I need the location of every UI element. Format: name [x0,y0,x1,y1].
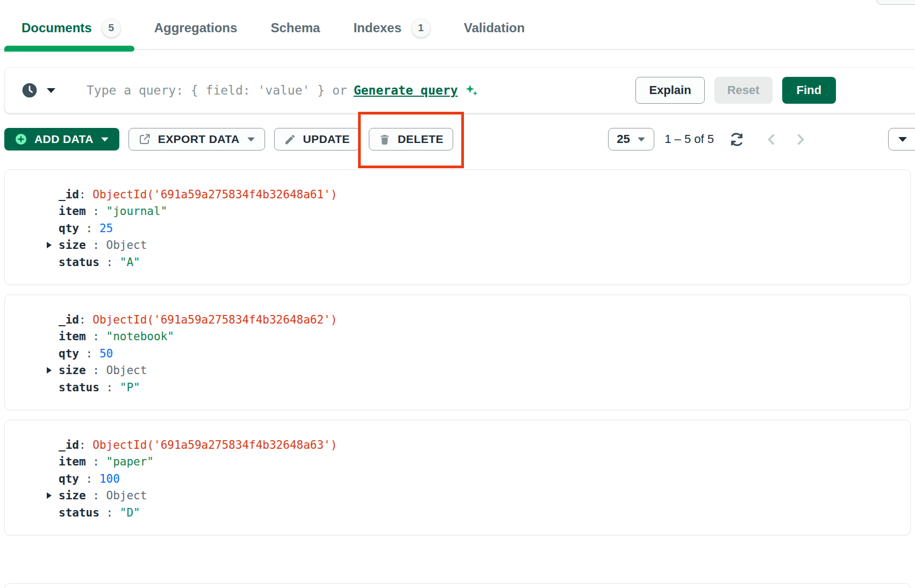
tab-documents[interactable]: Documents 5 [22,18,121,38]
field-key: item [59,330,86,343]
tab-count-badge: 1 [411,18,431,38]
field-separator: : [79,188,92,201]
document-card: _id : ObjectId('691a59a275834f4b32648a61… [4,169,911,285]
field-key: _id [59,439,79,451]
reset-button[interactable]: Reset [714,77,773,104]
find-button[interactable]: Find [782,77,836,104]
document-field-row: qty : 50 [59,345,910,362]
document-field-row: size : Object [59,237,910,254]
field-key: size [59,489,86,502]
clock-icon [21,82,38,99]
query-bar: Type a query: { field: 'value' } or Gene… [4,67,915,113]
pagination-controls: 25 1 – 5 of 5 [608,128,911,150]
field-key: status [59,506,99,519]
chevron-left-icon [764,132,779,147]
field-separator: : [79,439,92,451]
expand-caret-icon[interactable] [47,242,52,248]
tab-indexes[interactable]: Indexes 1 [353,18,430,38]
crud-actions: ADD DATA EXPORT DATA UPDATE DELETE [4,128,453,150]
tab-label: Schema [270,20,320,35]
query-input[interactable]: Type a query: { field: 'value' } or Gene… [87,83,478,97]
field-value[interactable]: "journal" [106,205,168,218]
field-value[interactable]: 50 [99,347,113,360]
active-tab-underline [4,46,134,52]
field-value[interactable]: "notebook" [106,330,174,343]
document-field-row: status : "D" [59,504,910,521]
field-key: qty [59,472,79,485]
field-key: item [59,455,86,468]
document-field-row: _id : ObjectId('691a59a275834f4b32648a63… [59,436,910,454]
query-placeholder: Type a query: { field: 'value' } or [87,83,347,97]
field-value[interactable]: "paper" [106,455,154,468]
add-data-button[interactable]: ADD DATA [4,128,119,150]
tab-validation[interactable]: Validation [464,20,525,35]
document-field-row: size : Object [59,362,910,379]
export-data-button[interactable]: EXPORT DATA [128,128,265,150]
next-page-button[interactable] [793,132,807,147]
query-actions: Explain Reset Find [635,77,836,104]
document-list: _id : ObjectId('691a59a275834f4b32648a61… [4,169,911,545]
chevron-down-icon [101,137,109,141]
pencil-icon [284,133,296,146]
field-value[interactable]: ObjectId('691a59a275834f4b32648a63') [92,439,337,451]
field-separator: : [99,256,120,269]
field-value[interactable]: Object [106,239,147,252]
update-button[interactable]: UPDATE [274,128,360,150]
page-size-select[interactable]: 25 [608,128,654,150]
tab-label: Documents [22,20,92,35]
field-separator: : [86,455,106,468]
field-separator: : [79,472,99,485]
query-history-button[interactable] [21,82,55,99]
tab-list: Documents 5 Aggregations Schema Indexes … [0,0,915,38]
expand-caret-icon[interactable] [47,367,52,374]
add-data-label: ADD DATA [34,133,94,146]
field-value[interactable]: 100 [99,472,120,485]
field-separator: : [86,205,106,218]
field-key: _id [59,188,79,201]
document-fields: _id : ObjectId('691a59a275834f4b32648a63… [5,420,910,521]
tab-label: Aggregations [154,20,238,35]
refresh-button[interactable] [728,131,745,148]
collection-tab-bar: Documents 5 Aggregations Schema Indexes … [0,0,915,53]
field-value[interactable]: "D" [120,506,140,519]
expand-caret-icon[interactable] [47,492,52,499]
field-value[interactable]: Object [106,489,147,502]
generate-query-link[interactable]: Generate query [354,83,458,97]
field-key: status [59,256,99,269]
tab-schema[interactable]: Schema [270,20,320,35]
field-separator: : [86,489,106,502]
tab-label: Indexes [353,20,401,35]
field-value[interactable]: 25 [99,222,113,235]
document-field-row: item : "notebook" [59,328,910,346]
view-switcher-partial[interactable] [888,128,915,150]
chevron-down-icon [47,88,55,93]
document-field-row: item : "journal" [59,203,910,220]
explain-button[interactable]: Explain [635,77,704,104]
update-label: UPDATE [303,133,350,146]
plus-circle-icon [15,133,27,146]
tab-count-badge: 5 [102,18,121,38]
delete-button[interactable]: DELETE [369,128,453,150]
field-separator: : [86,239,106,252]
page-size-value: 25 [617,132,630,146]
field-value[interactable]: ObjectId('691a59a275834f4b32648a61') [92,188,337,201]
field-separator: : [79,313,92,326]
previous-page-button[interactable] [764,132,779,147]
document-field-row: _id : ObjectId('691a59a275834f4b32648a61… [59,186,910,203]
document-field-row: _id : ObjectId('691a59a275834f4b32648a62… [59,311,910,328]
field-separator: : [86,330,106,343]
field-value[interactable]: "A" [120,256,140,269]
result-range-text: 1 – 5 of 5 [664,132,714,146]
delete-label: DELETE [398,133,444,146]
sparkle-icon [464,83,478,97]
field-key: size [59,364,86,377]
field-value[interactable]: "P" [120,381,140,394]
tab-aggregations[interactable]: Aggregations [154,20,238,35]
export-icon [138,133,151,146]
field-value[interactable]: Object [106,364,147,377]
tabbar-divider [0,49,915,50]
document-card: _id : ObjectId('691a59a275834f4b32648a63… [4,420,911,535]
field-value[interactable]: ObjectId('691a59a275834f4b32648a62') [92,313,337,326]
export-data-label: EXPORT DATA [158,133,240,146]
field-key: _id [59,313,79,326]
